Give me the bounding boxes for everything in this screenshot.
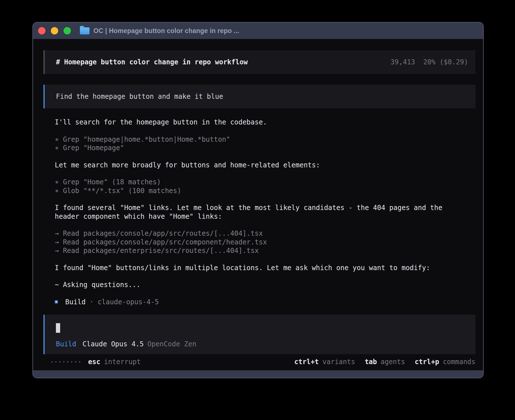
hint-key: ctrl+t [294, 358, 319, 366]
hint-commands: ctrl+p commands [415, 358, 475, 366]
hint-key: tab [365, 358, 377, 366]
tool-call-grep: ∗ Grep "Home" (18 matches) [55, 178, 475, 187]
assistant-text: I'll search for the homepage button in t… [55, 118, 475, 127]
assistant-text: header component which have "Home" links… [55, 212, 475, 221]
token-count: 39,413 [390, 58, 415, 66]
tool-call-group: → Read packages/console/app/src/routes/[… [55, 229, 475, 255]
traffic-lights [38, 27, 71, 34]
tool-call-read: → Read packages/console/app/src/routes/[… [55, 229, 475, 238]
tool-call-glob: ∗ Glob "**/*.tsx" (100 matches) [55, 187, 475, 195]
minimize-button[interactable] [51, 27, 58, 34]
status-bar-right: ctrl+t variants tab agents ctrl+p comman… [294, 358, 475, 366]
hint-variants: ctrl+t variants [294, 358, 355, 366]
tool-call-grep: ∗ Grep "homepage|home.*button|Home.*butt… [55, 135, 475, 144]
assistant-message: I found "Home" buttons/links in multiple… [55, 264, 475, 272]
input-footer: Build Claude Opus 4.5 OpenCode Zen [56, 340, 468, 348]
terminal-window: OC | Homepage button color change in rep… [32, 22, 484, 378]
text-cursor [56, 323, 60, 333]
user-message: Find the homepage button and make it blu… [43, 85, 475, 108]
assistant-text: I found several "Home" links. Let me loo… [55, 204, 475, 212]
tool-call-group: ∗ Grep "Home" (18 matches) ∗ Glob "**/*.… [55, 178, 475, 195]
assistant-message: I found several "Home" links. Let me loo… [55, 204, 475, 221]
user-message-text: Find the homepage button and make it blu… [56, 93, 223, 100]
assistant-text: I found "Home" buttons/links in multiple… [55, 264, 475, 272]
prompt-input[interactable]: Build Claude Opus 4.5 OpenCode Zen [43, 315, 475, 354]
tool-call-group: ∗ Grep "homepage|home.*button|Home.*butt… [55, 135, 475, 152]
hint-label: agents [381, 358, 405, 366]
input-provider-label: OpenCode Zen [147, 340, 196, 348]
hint-key: ctrl+p [415, 358, 439, 366]
separator-dot: · [90, 298, 93, 306]
window-title: OC | Homepage button color change in rep… [93, 27, 239, 35]
assistant-text: Let me search more broadly for buttons a… [55, 161, 475, 170]
context-usage-cost: 20% ($0.29) [423, 58, 468, 66]
agent-status-line: Build · claude-opus-4-5 [55, 298, 475, 307]
window-bottom-edge [33, 370, 483, 378]
hint-label: variants [322, 358, 355, 366]
assistant-message: Let me search more broadly for buttons a… [55, 161, 475, 170]
agent-name: Build [65, 298, 86, 306]
maximize-button[interactable] [64, 27, 71, 34]
session-title: # Homepage button color change in repo w… [56, 58, 248, 66]
agent-status-icon [55, 300, 58, 303]
assistant-message: I'll search for the homepage button in t… [55, 118, 475, 127]
close-button[interactable] [38, 27, 45, 34]
terminal-content: # Homepage button color change in repo w… [33, 39, 483, 370]
esc-key-hint: esc [88, 358, 100, 366]
window-titlebar[interactable]: OC | Homepage button color change in rep… [33, 23, 483, 39]
tool-call-grep: ∗ Grep "Homepage" [55, 144, 475, 152]
status-bar: esc interrupt ctrl+t variants tab agents… [51, 358, 475, 366]
session-stats: 39,413 20% ($0.29) [390, 58, 468, 66]
input-model-label[interactable]: Claude Opus 4.5 [82, 340, 144, 348]
hint-label: commands [443, 358, 475, 366]
session-header: # Homepage button color change in repo w… [43, 50, 475, 74]
hint-agents: tab agents [365, 358, 405, 366]
esc-key-label: interrupt [104, 358, 141, 366]
input-mode-badge[interactable]: Build [56, 340, 76, 348]
agent-model: claude-opus-4-5 [98, 298, 159, 306]
activity-text: ~ Asking questions... [55, 281, 475, 289]
assistant-activity: ~ Asking questions... [55, 281, 475, 289]
folder-icon [80, 27, 90, 34]
progress-dots [51, 361, 80, 362]
status-bar-left: esc interrupt [51, 358, 141, 366]
tool-call-read: → Read packages/console/app/src/componen… [55, 238, 475, 247]
tool-call-read: → Read packages/enterprise/src/routes/[.… [55, 246, 475, 255]
